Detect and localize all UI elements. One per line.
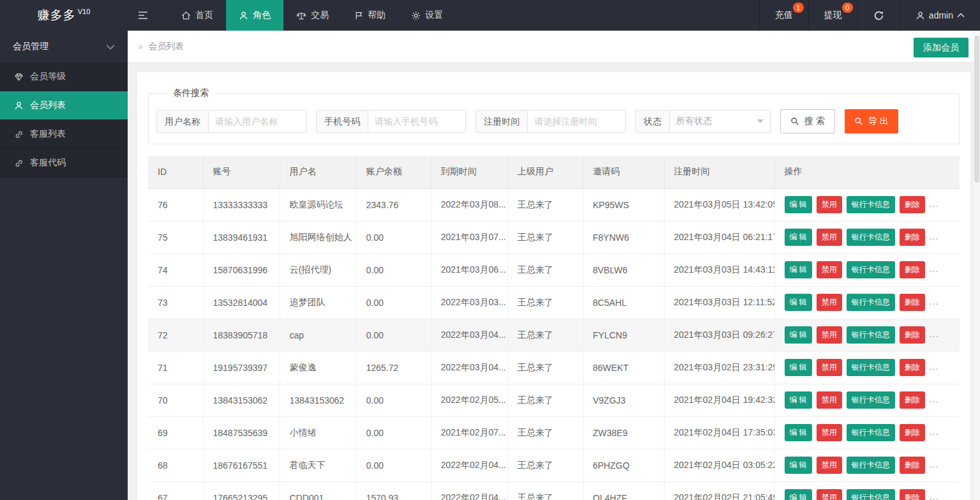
sidebar-item-label: 会员等级: [30, 71, 66, 82]
edit-button[interactable]: 编 辑: [785, 261, 812, 278]
bankcard-button[interactable]: 银行卡信息: [847, 326, 895, 344]
sidebar-item-service-code[interactable]: 客服代码: [0, 149, 128, 178]
column-header-expire: 到期时间: [431, 156, 508, 188]
more-actions[interactable]: ...: [930, 394, 939, 404]
add-member-button[interactable]: 添加会员: [914, 38, 969, 57]
username-input[interactable]: [209, 110, 306, 132]
cell-expire: 2022年02月04...: [431, 481, 508, 500]
sidebar-item-service-list[interactable]: 客服列表: [0, 120, 128, 149]
phone-input[interactable]: [368, 110, 465, 132]
disable-button[interactable]: 禁用: [817, 391, 842, 409]
cell-expire: 2022年02月04...: [431, 449, 508, 481]
search-button-label: 搜 索: [804, 116, 825, 127]
delete-button[interactable]: 删除: [900, 391, 925, 409]
cell-balance: 1570.93: [356, 481, 431, 500]
cell-invite: F8YNW6: [583, 221, 664, 254]
edit-button[interactable]: 编 辑: [785, 424, 812, 441]
delete-button[interactable]: 删除: [900, 196, 925, 213]
more-actions[interactable]: ...: [930, 427, 939, 437]
export-button[interactable]: 导 出: [845, 109, 898, 133]
cell-account: 18676167551: [203, 449, 280, 481]
edit-button[interactable]: 编 辑: [785, 229, 812, 246]
edit-button[interactable]: 编 辑: [785, 294, 812, 311]
edit-button[interactable]: 编 辑: [785, 326, 812, 344]
disable-button[interactable]: 禁用: [817, 196, 842, 213]
more-actions[interactable]: ...: [930, 459, 939, 469]
more-actions[interactable]: ...: [930, 231, 939, 241]
more-actions[interactable]: ...: [930, 492, 939, 500]
disable-button[interactable]: 禁用: [817, 261, 842, 278]
edit-button[interactable]: 编 辑: [785, 391, 812, 409]
column-header-balance: 账户余额: [356, 156, 431, 188]
nav-item-trade[interactable]: 交易: [283, 0, 342, 31]
bankcard-button[interactable]: 银行卡信息: [847, 489, 895, 500]
disable-button[interactable]: 禁用: [817, 294, 842, 311]
bankcard-button[interactable]: 银行卡信息: [847, 229, 895, 246]
delete-button[interactable]: 删除: [900, 229, 925, 246]
refresh-button[interactable]: [857, 0, 900, 31]
cell-balance: 2343.76: [356, 188, 431, 221]
chevron-down-icon: [106, 44, 115, 50]
gear-icon: [411, 11, 421, 20]
table-row: 6818676167551君临天下0.002022年02月04...王总来了6P…: [148, 449, 960, 481]
refresh-icon: [873, 10, 884, 21]
cell-account: 13532814004: [203, 286, 280, 319]
delete-button[interactable]: 删除: [900, 326, 925, 344]
collapse-sidebar-button[interactable]: [128, 0, 157, 31]
delete-button[interactable]: 删除: [900, 424, 925, 441]
cell-id: 68: [148, 449, 203, 481]
cell-username: 欧皇源码论坛: [280, 188, 356, 221]
regtime-input[interactable]: [528, 110, 625, 132]
delete-button[interactable]: 删除: [900, 294, 925, 311]
nav-item-settings[interactable]: 设置: [398, 0, 456, 31]
disable-button[interactable]: 禁用: [817, 359, 842, 376]
vertical-scrollbar[interactable]: [974, 31, 980, 500]
withdraw-button[interactable]: 提现 0: [808, 0, 857, 31]
cell-id: 74: [148, 254, 203, 286]
sidebar-group-member-management[interactable]: 会员管理: [0, 31, 128, 63]
bankcard-button[interactable]: 银行卡信息: [847, 391, 895, 409]
cell-expire: 2022年03月04...: [431, 351, 508, 384]
edit-button[interactable]: 编 辑: [785, 196, 812, 213]
search-button[interactable]: 搜 索: [780, 109, 835, 133]
disable-button[interactable]: 禁用: [817, 229, 842, 246]
more-actions[interactable]: ...: [930, 264, 939, 274]
nav-item-role[interactable]: 角色: [226, 0, 283, 31]
edit-button[interactable]: 编 辑: [785, 359, 812, 376]
user-menu[interactable]: admin: [900, 0, 980, 31]
status-select[interactable]: 所有状态: [670, 110, 770, 132]
bankcard-button[interactable]: 银行卡信息: [847, 424, 895, 441]
delete-button[interactable]: 删除: [900, 261, 925, 278]
nav-item-help[interactable]: 帮助: [342, 0, 398, 31]
disable-button[interactable]: 禁用: [817, 326, 842, 344]
bankcard-button[interactable]: 银行卡信息: [847, 261, 895, 278]
more-actions[interactable]: ...: [930, 329, 939, 339]
more-actions[interactable]: ...: [930, 199, 939, 209]
bankcard-button[interactable]: 银行卡信息: [847, 359, 895, 376]
sidebar-item-member-list[interactable]: 会员列表: [0, 91, 128, 120]
delete-button[interactable]: 删除: [900, 457, 925, 474]
delete-button[interactable]: 删除: [900, 359, 925, 376]
breadcrumb-chevrons-icon: »: [138, 41, 143, 52]
more-actions[interactable]: ...: [930, 361, 939, 372]
bankcard-button[interactable]: 银行卡信息: [847, 294, 895, 311]
cell-balance: 0.00: [356, 384, 431, 416]
bankcard-button[interactable]: 银行卡信息: [847, 457, 895, 474]
disable-button[interactable]: 禁用: [817, 489, 842, 500]
edit-button[interactable]: 编 辑: [785, 489, 812, 500]
chevron-up-icon: [957, 13, 965, 18]
delete-button[interactable]: 删除: [900, 489, 925, 500]
disable-button[interactable]: 禁用: [817, 424, 842, 441]
nav-item-home[interactable]: 首页: [169, 0, 226, 31]
cell-actions: 编 辑禁用银行卡信息删除...: [774, 481, 960, 500]
cell-expire: 2021年02月07...: [431, 416, 508, 449]
bankcard-button[interactable]: 银行卡信息: [847, 196, 895, 213]
disable-button[interactable]: 禁用: [817, 457, 842, 474]
edit-button[interactable]: 编 辑: [785, 457, 812, 474]
more-actions[interactable]: ...: [930, 296, 939, 307]
recharge-button[interactable]: 充值 1: [759, 0, 808, 31]
scrollbar-thumb[interactable]: [974, 36, 979, 183]
cell-actions: 编 辑禁用银行卡信息删除...: [774, 254, 960, 286]
table-body: 7613333333333欧皇源码论坛2343.762022年03月08...王…: [148, 188, 960, 500]
sidebar-item-member-level[interactable]: 会员等级: [0, 63, 128, 91]
